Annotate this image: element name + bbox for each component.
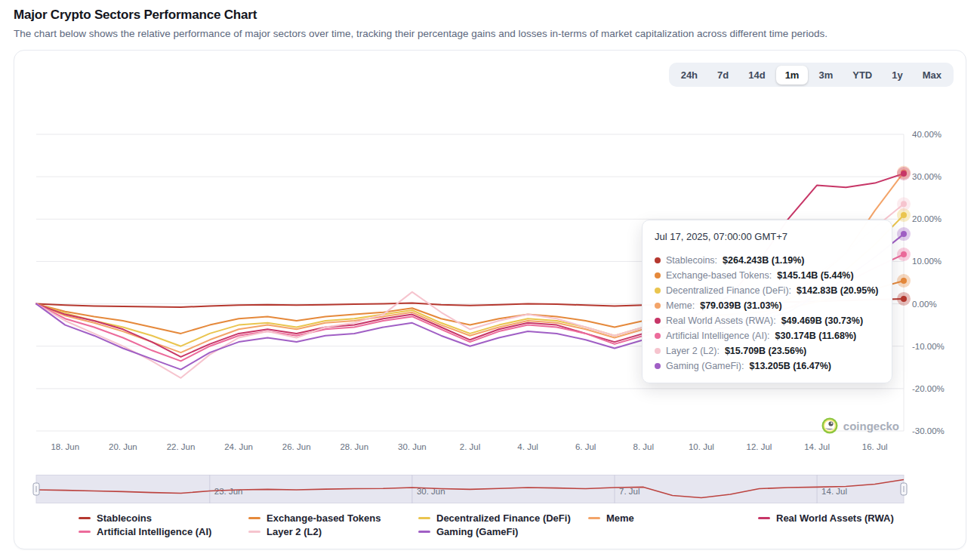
page-subtitle: The chart below shows the relative perfo…: [14, 28, 966, 39]
range-button-3m[interactable]: 3m: [809, 66, 842, 85]
tooltip-row-value: $79.039B (31.03%): [700, 298, 781, 313]
series-dot-icon: [655, 303, 661, 309]
tooltip-row-label: Artificial Intelligence (AI):: [666, 328, 770, 343]
legend-item[interactable]: Meme: [588, 512, 758, 524]
range-button-1y[interactable]: 1y: [883, 66, 911, 85]
svg-text:20. Jun: 20. Jun: [109, 442, 137, 451]
svg-text:-20.00%: -20.00%: [912, 384, 945, 393]
navigator-handle-right[interactable]: [901, 483, 907, 495]
tooltip-row-label: Exchange-based Tokens:: [666, 268, 772, 283]
svg-text:-30.00%: -30.00%: [912, 426, 945, 435]
svg-text:28. Jun: 28. Jun: [340, 442, 368, 451]
legend-item-label: Decentralized Finance (DeFi): [436, 512, 571, 524]
tooltip-row-value: $264.243B (1.19%): [723, 253, 804, 268]
svg-text:2. Jul: 2. Jul: [460, 442, 481, 451]
series-swatch-icon: [758, 517, 770, 519]
range-button-ytd[interactable]: YTD: [843, 66, 881, 85]
svg-text:12. Jul: 12. Jul: [747, 442, 772, 451]
range-button-14d[interactable]: 14d: [739, 66, 774, 85]
chart-area: 40.00%30.00%20.00%10.00%0.00%-10.00%-20.…: [14, 115, 966, 470]
series-dot-icon: [655, 348, 661, 354]
legend-item[interactable]: Real World Assets (RWA): [758, 512, 928, 524]
watermark-label: coingecko: [843, 420, 899, 432]
legend-item-label: Layer 2 (L2): [267, 526, 322, 537]
legend-item-label: Artificial Intelligence (AI): [97, 526, 211, 537]
range-button-7d[interactable]: 7d: [708, 66, 738, 85]
legend-item[interactable]: Exchange-based Tokens: [248, 512, 418, 524]
legend-item-label: Gaming (GameFi): [436, 526, 518, 537]
tooltip-title: Jul 17, 2025, 07:00:00 GMT+7: [655, 231, 880, 242]
series-dot-icon: [655, 333, 661, 339]
svg-text:18. Jun: 18. Jun: [51, 442, 79, 451]
range-button-max[interactable]: Max: [914, 66, 951, 85]
legend-item[interactable]: Artificial Intelligence (AI): [79, 526, 248, 537]
legend-item-label: Stablecoins: [97, 512, 152, 524]
tooltip-row-label: Decentralized Finance (DeFi):: [666, 283, 791, 298]
svg-text:30.00%: 30.00%: [912, 172, 941, 181]
coingecko-logo-icon: [821, 417, 838, 434]
svg-text:23. Jun: 23. Jun: [214, 487, 243, 496]
svg-text:6. Jul: 6. Jul: [575, 442, 596, 451]
tooltip-row: Layer 2 (L2):$15.709B (23.56%): [655, 343, 880, 358]
page-header: Major Crypto Sectors Performance Chart T…: [0, 0, 980, 50]
tooltip-row-value: $49.469B (30.73%): [781, 313, 863, 328]
tooltip-row: Decentralized Finance (DeFi):$142.83B (2…: [655, 283, 880, 298]
svg-text:26. Jun: 26. Jun: [282, 442, 311, 451]
svg-text:0.00%: 0.00%: [912, 300, 937, 309]
series-swatch-icon: [588, 517, 600, 519]
svg-text:14. Jul: 14. Jul: [821, 487, 847, 496]
series-swatch-icon: [418, 531, 430, 533]
legend-row: Artificial Intelligence (AI)Layer 2 (L2)…: [79, 526, 966, 537]
svg-text:10. Jul: 10. Jul: [689, 442, 714, 451]
legend-item[interactable]: Decentralized Finance (DeFi): [418, 512, 588, 524]
legend-item[interactable]: Layer 2 (L2): [248, 526, 418, 537]
page-title: Major Crypto Sectors Performance Chart: [14, 8, 966, 23]
series-swatch-icon: [79, 531, 91, 533]
tooltip-row-label: Real World Assets (RWA):: [666, 313, 776, 328]
tooltip-row-label: Meme:: [666, 298, 695, 313]
series-dot-icon: [655, 272, 661, 278]
svg-text:7. Jul: 7. Jul: [619, 487, 640, 496]
series-swatch-icon: [79, 517, 91, 519]
legend-item[interactable]: Stablecoins: [79, 512, 248, 524]
tooltip-row-label: Stablecoins:: [666, 253, 717, 268]
tooltip-row: Gaming (GameFi):$13.205B (16.47%): [655, 358, 880, 374]
tooltip-row-value: $13.205B (16.47%): [750, 358, 831, 374]
tooltip-row-label: Layer 2 (L2):: [666, 343, 720, 358]
range-button-24h[interactable]: 24h: [672, 66, 707, 85]
svg-text:22. Jun: 22. Jun: [167, 442, 196, 451]
tooltip-row-value: $30.174B (11.68%): [775, 328, 857, 343]
legend-item-label: Exchange-based Tokens: [267, 512, 381, 524]
svg-text:24. Jun: 24. Jun: [224, 442, 253, 451]
chart-card: 24h7d14d1m3mYTD1yMax 40.00%30.00%20.00%1…: [14, 50, 966, 549]
svg-text:-10.00%: -10.00%: [912, 342, 945, 351]
svg-text:4. Jul: 4. Jul: [517, 442, 538, 451]
tooltip-row-value: $145.14B (5.44%): [777, 268, 853, 283]
legend-row: StablecoinsExchange-based TokensDecentra…: [79, 512, 966, 524]
series-dot-icon: [655, 288, 661, 294]
series-dot-icon: [655, 363, 661, 369]
navigator-canvas[interactable]: 23. Jun30. Jun7. Jul14. Jul: [14, 475, 966, 503]
svg-text:14. Jul: 14. Jul: [804, 442, 830, 451]
series-dot-icon: [655, 257, 661, 263]
range-row: 24h7d14d1m3mYTD1yMax: [14, 63, 966, 87]
tooltip-row-value: $142.83B (20.95%): [797, 283, 878, 298]
svg-text:20.00%: 20.00%: [912, 214, 941, 223]
tooltip-row-value: $15.709B (23.56%): [725, 343, 806, 358]
svg-text:40.00%: 40.00%: [912, 130, 941, 139]
range-button-1m[interactable]: 1m: [776, 66, 809, 85]
tooltip-row: Artificial Intelligence (AI):$30.174B (1…: [655, 328, 880, 343]
tooltip-row: Stablecoins:$264.243B (1.19%): [655, 253, 880, 268]
svg-text:10.00%: 10.00%: [912, 257, 941, 266]
svg-text:16. Jul: 16. Jul: [862, 442, 888, 451]
chart-navigator[interactable]: 23. Jun30. Jun7. Jul14. Jul: [14, 475, 966, 503]
legend-item-label: Real World Assets (RWA): [776, 512, 894, 524]
series-dot-icon: [655, 318, 661, 324]
tooltip-row-label: Gaming (GameFi):: [666, 358, 744, 374]
chart-tooltip: Jul 17, 2025, 07:00:00 GMT+7 Stablecoins…: [642, 220, 892, 383]
tooltip-row: Real World Assets (RWA):$49.469B (30.73%…: [655, 313, 880, 328]
legend-item[interactable]: Gaming (GameFi): [418, 526, 588, 537]
tooltip-row: Exchange-based Tokens:$145.14B (5.44%): [655, 268, 880, 283]
svg-text:8. Jul: 8. Jul: [633, 442, 655, 451]
navigator-handle-left[interactable]: [33, 483, 39, 495]
